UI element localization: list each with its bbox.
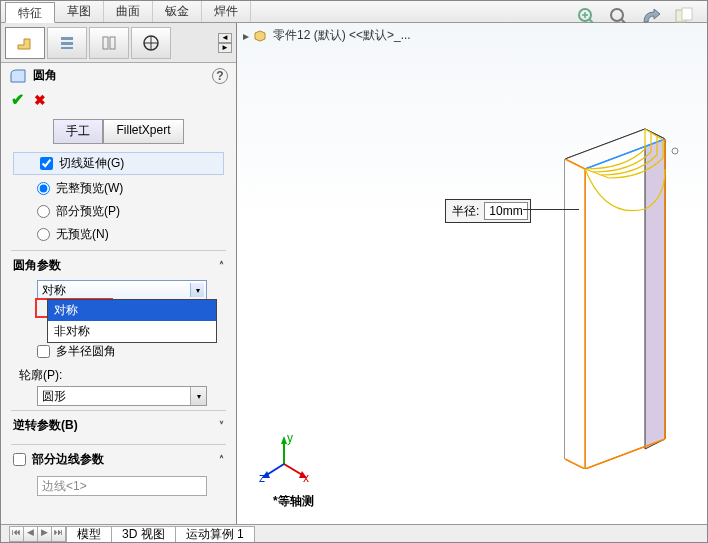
breadcrumb-arrow-icon: ▸: [243, 29, 249, 43]
multi-radius-row[interactable]: 多半径圆角: [11, 340, 226, 363]
radius-label: 半径:: [448, 203, 483, 220]
edges-placeholder: 边线<1>: [42, 478, 87, 495]
panel-scroll-area: 切线延伸(G) 完整预览(W) 部分预览(P) 无预览(N) 圆角参数 ˄ 对称: [1, 152, 236, 524]
no-preview-row[interactable]: 无预览(N): [11, 223, 226, 246]
view-triad[interactable]: y x z: [259, 434, 309, 484]
bottom-tab-3dview[interactable]: 3D 视图: [111, 526, 176, 542]
no-preview-label: 无预览(N): [56, 226, 109, 243]
ok-button[interactable]: ✔: [11, 90, 24, 109]
tab-weldment[interactable]: 焊件: [202, 1, 251, 22]
part-icon: [253, 29, 269, 43]
fillet-mode-row: 手工 FilletXpert: [1, 115, 236, 152]
svg-rect-9: [103, 37, 108, 49]
tangent-extend-checkbox[interactable]: [40, 157, 53, 170]
bottom-tab-model[interactable]: 模型: [66, 526, 112, 542]
feature-title-row: 圆角 ?: [1, 63, 236, 88]
full-preview-row[interactable]: 完整预览(W): [11, 177, 226, 200]
model-block: 半径: 10mm: [555, 129, 665, 459]
reverse-params-label: 逆转参数(B): [13, 417, 78, 434]
property-panel: ◄► 圆角 ? ✔ ✖ 手工 FilletXpert 切线延伸(G) 完整预览(…: [1, 23, 237, 524]
option-symmetric[interactable]: 对称: [48, 300, 216, 321]
radius-value-input[interactable]: 10mm: [484, 202, 527, 220]
partial-preview-label: 部分预览(P): [56, 203, 120, 220]
svg-text:y: y: [287, 434, 293, 445]
chevron-down-icon: ▾: [190, 283, 204, 297]
profile-label: 轮廓(P):: [11, 363, 226, 386]
confirm-row: ✔ ✖: [1, 88, 236, 115]
symmetry-combo[interactable]: 对称 ▾: [37, 280, 207, 300]
tab-sketch[interactable]: 草图: [55, 1, 104, 22]
dimxpert-tab[interactable]: [131, 27, 171, 59]
partial-edges-checkbox[interactable]: [13, 453, 26, 466]
feature-manager-tab[interactable]: [5, 27, 45, 59]
tangent-extend-label: 切线延伸(G): [59, 155, 124, 172]
reverse-params-header[interactable]: 逆转参数(B) ˅: [11, 410, 226, 440]
bottom-tab-motion[interactable]: 运动算例 1: [175, 526, 255, 542]
symmetry-dropdown: 对称 非对称: [47, 299, 217, 343]
partial-preview-radio[interactable]: [37, 205, 50, 218]
property-manager-tab[interactable]: [47, 27, 87, 59]
chevron-up-icon: ˄: [219, 454, 224, 465]
multi-radius-label: 多半径圆角: [56, 343, 116, 360]
config-manager-tab[interactable]: [89, 27, 129, 59]
svg-rect-5: [682, 8, 692, 20]
partial-preview-row[interactable]: 部分预览(P): [11, 200, 226, 223]
svg-rect-7: [61, 42, 73, 45]
svg-rect-10: [110, 37, 115, 49]
fillet-icon: [9, 68, 27, 84]
svg-rect-6: [61, 37, 73, 40]
bottom-tab-bar: ⏮◀▶⏭ 模型 3D 视图 运动算例 1: [1, 524, 707, 542]
svg-marker-15: [645, 129, 665, 449]
tangent-extend-row[interactable]: 切线延伸(G): [13, 152, 224, 175]
svg-point-21: [672, 148, 678, 154]
manual-mode-button[interactable]: 手工: [53, 119, 103, 144]
full-preview-radio[interactable]: [37, 182, 50, 195]
svg-rect-8: [61, 47, 73, 49]
radius-callout[interactable]: 半径: 10mm: [445, 199, 531, 223]
view-orientation-label: *等轴测: [273, 493, 314, 510]
svg-text:x: x: [303, 471, 309, 484]
panel-scroll-spinner[interactable]: ◄►: [218, 33, 232, 53]
filletxpert-mode-button[interactable]: FilletXpert: [103, 119, 183, 144]
partial-edges-header[interactable]: 部分边线参数 ˄: [11, 444, 226, 474]
breadcrumb-part: 零件12 (默认) <<默认>_...: [273, 27, 411, 44]
fillet-params-header[interactable]: 圆角参数 ˄: [11, 250, 226, 280]
symmetry-combo-value: 对称: [42, 282, 66, 299]
multi-radius-checkbox[interactable]: [37, 345, 50, 358]
full-preview-label: 完整预览(W): [56, 180, 123, 197]
profile-combo-value: 圆形: [42, 388, 66, 405]
tab-surface[interactable]: 曲面: [104, 1, 153, 22]
option-asymmetric[interactable]: 非对称: [48, 321, 216, 342]
cancel-button[interactable]: ✖: [34, 92, 46, 108]
tab-nav-buttons[interactable]: ⏮◀▶⏭: [9, 526, 67, 542]
svg-text:z: z: [259, 471, 265, 484]
callout-leader: [523, 209, 579, 210]
edges-list[interactable]: 边线<1>: [37, 476, 207, 496]
help-button[interactable]: ?: [212, 68, 228, 84]
feature-title: 圆角: [33, 67, 57, 84]
no-preview-radio[interactable]: [37, 228, 50, 241]
manager-tabs: ◄►: [1, 23, 236, 63]
breadcrumb[interactable]: ▸ 零件12 (默认) <<默认>_...: [243, 27, 411, 44]
fillet-params-label: 圆角参数: [13, 257, 61, 274]
chevron-down-icon: ˅: [219, 420, 224, 431]
tab-sheetmetal[interactable]: 钣金: [153, 1, 202, 22]
tab-features[interactable]: 特征: [5, 2, 55, 23]
graphics-viewport[interactable]: ▸ 零件12 (默认) <<默认>_...: [237, 23, 707, 524]
profile-combo[interactable]: 圆形 ▾: [37, 386, 207, 406]
chevron-down-icon: ▾: [190, 387, 206, 405]
chevron-up-icon: ˄: [219, 260, 224, 271]
partial-edges-label: 部分边线参数: [32, 451, 104, 468]
